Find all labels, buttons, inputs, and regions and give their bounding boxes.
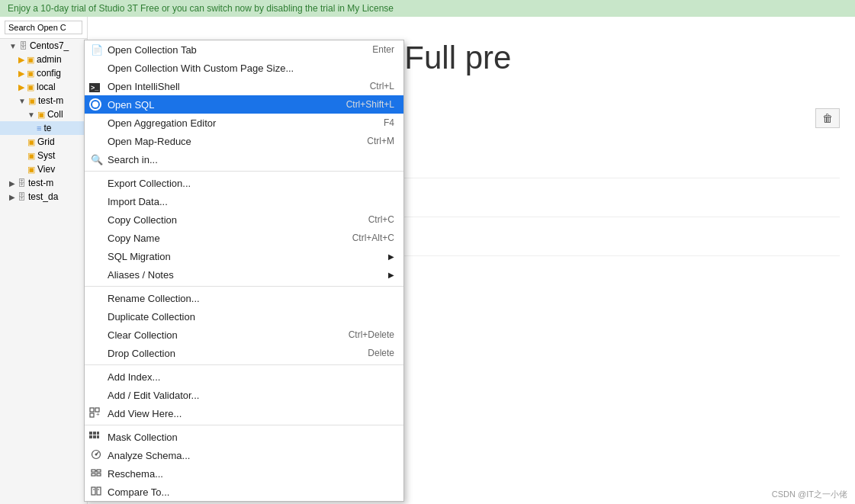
menu-label-analyze-schema: Analyze Schema... (108, 450, 190, 461)
svg-rect-17 (92, 487, 95, 495)
db-icon2: 🗄 (18, 178, 26, 188)
tree-item-coll[interactable]: ▼ ▣ Coll (0, 108, 87, 121)
svg-rect-15 (97, 474, 101, 476)
collection-icon: ≡ (37, 124, 41, 133)
tree-item-test-m[interactable]: ▼ ▣ test-m (0, 94, 87, 108)
reschema-icon (91, 467, 101, 480)
menu-label-copy-name: Copy Name (108, 233, 160, 244)
sidebar: ▼ 🗄 Centos7_ ▶ ▣ admin ▶ ▣ config ▶ ▣ lo… (0, 17, 88, 504)
tree-item-syst[interactable]: ▣ Syst (0, 149, 87, 162)
menu-item-search-in[interactable]: 🔍 Search in... (85, 150, 403, 169)
tree-item-test-m2[interactable]: ▶ 🗄 test-m (0, 176, 87, 190)
main-layout: ▼ 🗄 Centos7_ ▶ ▣ admin ▶ ▣ config ▶ ▣ lo… (0, 17, 855, 504)
sql-bullet-icon (91, 100, 100, 109)
menu-label-drop-collection: Drop Collection (108, 348, 175, 359)
menu-item-add-validator[interactable]: Add / Edit Validator... (85, 386, 403, 404)
arrow-icon4: ▶ (9, 179, 15, 188)
search-bar (0, 17, 87, 39)
mask-icon (88, 431, 100, 444)
arrow-icon5: ▶ (9, 193, 15, 201)
menu-item-reschema[interactable]: Reschema... (85, 464, 403, 483)
menu-item-copy-collection[interactable]: Copy Collection Ctrl+C (85, 210, 403, 229)
menu-label-search-in: Search in... (108, 154, 158, 165)
shortcut-open-aggregation: F4 (384, 117, 394, 128)
menu-label-add-view-here: Add View Here... (108, 408, 182, 419)
folder-color-icon7: ▣ (27, 151, 35, 161)
folder-color-icon8: ▣ (27, 165, 35, 175)
tree-item-centos7[interactable]: ▼ 🗄 Centos7_ (0, 39, 87, 53)
tree-label-syst: Syst (37, 150, 55, 161)
menu-item-compare-to[interactable]: Compare To... (85, 483, 403, 501)
svg-rect-9 (97, 435, 99, 438)
tree-label-testm: test-m (38, 95, 63, 106)
svg-rect-13 (97, 470, 101, 472)
menu-item-open-sql[interactable]: Open SQL Ctrl+Shift+L (85, 95, 403, 114)
submenu-arrow-aliases-notes: ▶ (388, 271, 394, 279)
menu-item-open-aggregation[interactable]: Open Aggregation Editor F4 (85, 114, 403, 132)
menu-item-open-collection-tab[interactable]: 📄 Open Collection Tab Enter (85, 40, 403, 59)
submenu-arrow-sql-migration: ▶ (388, 252, 394, 261)
analyze-icon (91, 449, 101, 462)
menu-item-add-view-here[interactable]: + Add View Here... (85, 404, 403, 422)
tree-label-testm2: test-m (28, 178, 53, 188)
delete-connection-button[interactable]: 🗑 (815, 108, 840, 128)
tree-item-local[interactable]: ▶ ▣ local (0, 80, 87, 94)
separator-2 (85, 286, 403, 287)
menu-item-copy-name[interactable]: Copy Name Ctrl+Alt+C (85, 229, 403, 247)
tree-label-local: local (37, 82, 56, 92)
menu-item-aliases-notes[interactable]: Aliases / Notes ▶ (85, 265, 403, 284)
svg-rect-2 (90, 413, 94, 417)
add-view-icon: + (89, 407, 100, 420)
svg-rect-5 (93, 432, 96, 435)
menu-item-duplicate-collection[interactable]: Duplicate Collection (85, 307, 403, 326)
folder-color-icon: ▣ (27, 55, 34, 65)
terminal-icon: >_ (89, 81, 100, 92)
menu-label-aliases-notes: Aliases / Notes (108, 269, 174, 281)
shortcut-open-collection-tab: Enter (372, 44, 394, 55)
folder-color-icon4: ▣ (28, 96, 36, 106)
menu-item-add-index[interactable]: Add Index... (85, 368, 403, 386)
folder-color-icon2: ▣ (27, 69, 34, 79)
tree-label-view: Viev (37, 164, 55, 175)
tree-item-te[interactable]: ≡ te (0, 121, 87, 135)
menu-item-mask-collection[interactable]: Mask Collection (85, 428, 403, 446)
tree-item-grid[interactable]: ▣ Grid (0, 135, 87, 149)
search-input[interactable] (5, 21, 82, 34)
arrow-icon3: ▼ (27, 111, 35, 119)
separator-1 (85, 171, 403, 172)
tree-label-te: te (43, 123, 51, 133)
menu-item-import-data[interactable]: Import Data... (85, 192, 403, 210)
tree-item-label: Centos7_ (30, 40, 69, 51)
shortcut-drop-collection: Delete (368, 348, 394, 358)
shortcut-clear-collection: Ctrl+Delete (349, 329, 394, 340)
menu-item-open-map-reduce[interactable]: Open Map-Reduce Ctrl+M (85, 132, 403, 150)
tree-item-view[interactable]: ▣ Viev (0, 162, 87, 176)
menu-item-analyze-schema[interactable]: Analyze Schema... (85, 446, 403, 464)
menu-item-clear-collection[interactable]: Clear Collection Ctrl+Delete (85, 326, 403, 344)
menu-label-import-data: Import Data... (108, 196, 168, 207)
menu-label-mask-collection: Mask Collection (108, 432, 178, 443)
folder-color-icon5: ▣ (37, 110, 45, 120)
arrow-icon: ▼ (9, 42, 17, 50)
menu-item-rename-collection[interactable]: Rename Collection... (85, 289, 403, 307)
svg-rect-7 (89, 435, 92, 438)
menu-label-open-collection-tab: Open Collection Tab (108, 44, 197, 56)
menu-item-drop-collection[interactable]: Drop Collection Delete (85, 344, 403, 362)
tree-item-test-da[interactable]: ▶ 🗄 test_da (0, 190, 87, 204)
menu-item-export-collection[interactable]: Export Collection... (85, 174, 403, 192)
tree-item-admin[interactable]: ▶ ▣ admin (0, 53, 87, 66)
tree-label-admin: admin (37, 54, 62, 65)
separator-3 (85, 364, 403, 365)
menu-label-clear-collection: Clear Collection (108, 329, 178, 341)
menu-label-add-validator: Add / Edit Validator... (108, 390, 199, 401)
menu-label-rename-collection: Rename Collection... (108, 293, 200, 304)
menu-item-sql-migration[interactable]: SQL Migration ▶ (85, 247, 403, 265)
tree-item-config[interactable]: ▶ ▣ config (0, 66, 87, 80)
shortcut-open-intelli-shell: Ctrl+L (370, 81, 394, 91)
folder-color-icon6: ▣ (27, 137, 35, 147)
menu-item-open-custom-page[interactable]: Open Collection With Custom Page Size... (85, 59, 403, 77)
shortcut-copy-collection: Ctrl+C (368, 214, 394, 225)
svg-rect-4 (89, 432, 92, 435)
menu-item-open-intelli-shell[interactable]: >_ Open IntelliShell Ctrl+L (85, 77, 403, 95)
svg-rect-6 (97, 432, 99, 435)
